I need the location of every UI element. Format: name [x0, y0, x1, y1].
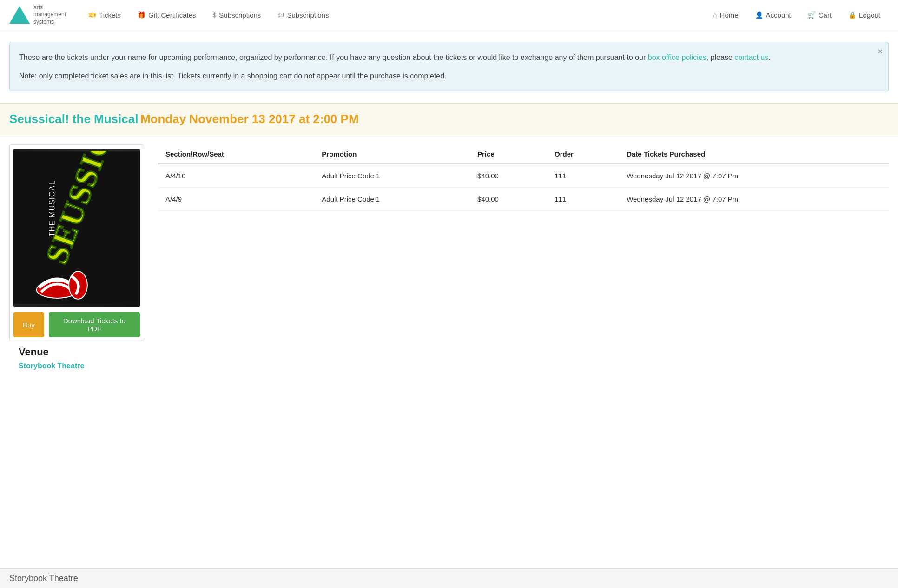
- venue-section: Venue Storybook Theatre: [9, 341, 144, 379]
- promotion-cell: Adult Price Code 1: [314, 188, 470, 211]
- buy-button[interactable]: Buy: [13, 312, 44, 337]
- info-alert: × These are the tickets under your name …: [9, 42, 889, 91]
- svg-text:THE MUSICAL: THE MUSICAL: [47, 180, 57, 237]
- nav-item-subscriptions[interactable]: 🏷 Subscriptions: [269, 2, 337, 28]
- promotion-cell: Adult Price Code 1: [314, 164, 470, 188]
- logout-icon: 🔒: [848, 11, 856, 19]
- col-order: Order: [547, 144, 619, 164]
- performance-section: Seussical! the Musical Monday November 1…: [0, 103, 898, 389]
- nav-item-home[interactable]: ⌂ Home: [705, 2, 746, 28]
- table-row: A/4/10 Adult Price Code 1 $40.00 111 Wed…: [158, 164, 889, 188]
- col-seat: Section/Row/Seat: [158, 144, 314, 164]
- nav-item-logout[interactable]: 🔒 Logout: [840, 2, 889, 28]
- alert-text: These are the tickets under your name fo…: [19, 52, 870, 64]
- account-icon: 👤: [755, 11, 763, 19]
- alert-note: Note: only completed ticket sales are in…: [19, 70, 870, 82]
- table-header-row: Section/Row/Seat Promotion Price Order D…: [158, 144, 889, 164]
- alert-close-button[interactable]: ×: [878, 47, 883, 57]
- show-buttons: Buy Download Tickets to PDF: [13, 312, 140, 337]
- nav-links: 🎫 Tickets 🎁 Gift Certificates $ Subscrip…: [80, 2, 705, 28]
- date-cell: Wednesday Jul 12 2017 @ 7:07 Pm: [619, 164, 889, 188]
- ticket-icon: 🎫: [88, 11, 96, 19]
- show-image: SEUSSICAL THE MUSICAL: [13, 149, 140, 307]
- price-cell: $40.00: [470, 188, 547, 211]
- order-cell: 111: [547, 164, 619, 188]
- navigation: artsmanagementsystems 🎫 Tickets 🎁 Gift C…: [0, 0, 898, 30]
- logo-link[interactable]: artsmanagementsystems: [9, 4, 66, 26]
- nav-item-account[interactable]: 👤 Account: [747, 2, 799, 28]
- venue-name-link[interactable]: Storybook Theatre: [19, 362, 84, 370]
- table-row: A/4/9 Adult Price Code 1 $40.00 111 Wedn…: [158, 188, 889, 211]
- nav-item-donations[interactable]: $ Subscriptions: [205, 2, 270, 28]
- price-cell: $40.00: [470, 164, 547, 188]
- col-price: Price: [470, 144, 547, 164]
- nav-item-tickets[interactable]: 🎫 Tickets: [80, 2, 129, 28]
- nav-right: ⌂ Home 👤 Account 🛒 Cart 🔒 Logout: [705, 2, 889, 28]
- nav-item-gift-certificates[interactable]: 🎁 Gift Certificates: [129, 2, 205, 28]
- tickets-table: Section/Row/Seat Promotion Price Order D…: [158, 144, 889, 211]
- home-icon: ⌂: [713, 11, 717, 19]
- performance-content: SEUSSICAL THE MUSICAL: [0, 135, 898, 389]
- show-date: Monday November 13 2017 at 2:00 PM: [140, 112, 359, 126]
- cart-icon: 🛒: [808, 11, 816, 19]
- gift-icon: 🎁: [138, 11, 145, 19]
- nav-item-cart[interactable]: 🛒 Cart: [799, 2, 840, 28]
- logo-text: artsmanagementsystems: [33, 4, 66, 26]
- performance-header: Seussical! the Musical Monday November 1…: [0, 103, 898, 135]
- table-head: Section/Row/Seat Promotion Price Order D…: [158, 144, 889, 164]
- col-date: Date Tickets Purchased: [619, 144, 889, 164]
- table-body: A/4/10 Adult Price Code 1 $40.00 111 Wed…: [158, 164, 889, 211]
- date-cell: Wednesday Jul 12 2017 @ 7:07 Pm: [619, 188, 889, 211]
- dollar-icon: $: [213, 11, 217, 19]
- contact-us-link[interactable]: contact us: [734, 53, 768, 61]
- show-name: Seussical! the Musical: [9, 112, 138, 126]
- seat-cell: A/4/9: [158, 188, 314, 211]
- order-cell: 111: [547, 188, 619, 211]
- seat-cell: A/4/10: [158, 164, 314, 188]
- venue-label: Venue: [19, 346, 135, 358]
- show-image-container: SEUSSICAL THE MUSICAL: [9, 144, 144, 341]
- col-promotion: Promotion: [314, 144, 470, 164]
- tag-icon: 🏷: [277, 11, 284, 19]
- box-office-policies-link[interactable]: box office policies: [648, 53, 707, 61]
- tickets-table-container: Section/Row/Seat Promotion Price Order D…: [158, 144, 889, 211]
- download-tickets-button[interactable]: Download Tickets to PDF: [49, 312, 140, 337]
- logo-triangle: [9, 6, 30, 24]
- show-image-wrapper: SEUSSICAL THE MUSICAL: [9, 144, 144, 379]
